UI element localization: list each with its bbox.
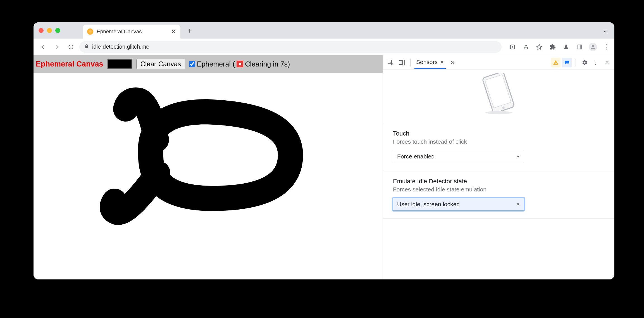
tab-close-icon[interactable]: ✕ (171, 28, 176, 35)
devtools-tab-sensors[interactable]: Sensors ✕ (414, 56, 446, 69)
touch-section: Touch Forces touch instead of click Forc… (383, 123, 614, 171)
labs-icon[interactable] (562, 43, 570, 51)
browser-toolbar: idle-detection.glitch.me (34, 39, 614, 55)
idle-sublabel: Forces selected idle state emulation (393, 186, 604, 193)
next-section-divider (383, 219, 614, 221)
idle-select[interactable]: User idle, screen locked ▼ (393, 198, 524, 211)
profile-avatar[interactable] (589, 43, 597, 51)
favicon-icon (87, 29, 93, 35)
devtools-close-icon[interactable]: ✕ (602, 58, 612, 67)
lock-icon (84, 44, 89, 50)
touch-select[interactable]: Force enabled ▼ (393, 150, 524, 163)
back-button[interactable] (37, 41, 49, 53)
devtools-tabbar: Sensors ✕ ⋮ ✕ (383, 55, 614, 70)
content-area: Ephemeral Canvas Clear Canvas Ephemeral … (34, 55, 614, 279)
address-bar[interactable]: idle-detection.glitch.me (79, 41, 502, 53)
device-toolbar-icon[interactable] (397, 58, 406, 67)
page-viewport: Ephemeral Canvas Clear Canvas Ephemeral … (34, 55, 383, 279)
drawing-canvas[interactable] (34, 73, 383, 279)
issues-warning-icon[interactable] (551, 58, 560, 67)
svg-rect-9 (555, 62, 556, 63)
app-toolbar: Ephemeral Canvas Clear Canvas Ephemeral … (34, 55, 383, 73)
window-maximize-button[interactable] (55, 28, 60, 33)
svg-rect-10 (555, 63, 556, 64)
toolbar-actions: ⋮ (508, 43, 610, 51)
inspect-element-icon[interactable] (386, 58, 395, 67)
devtools-menu-icon[interactable]: ⋮ (591, 58, 600, 67)
color-picker[interactable] (107, 59, 132, 69)
new-tab-button[interactable]: ＋ (186, 26, 193, 35)
window-controls (39, 28, 60, 33)
svg-rect-8 (402, 60, 404, 65)
svg-point-14 (485, 111, 512, 114)
chrome-menu-icon[interactable]: ⋮ (602, 43, 610, 51)
ephemeral-toggle-group: Ephemeral ( ✸ Clearing in 7s) (189, 60, 290, 68)
svg-point-5 (592, 45, 594, 47)
tab-title: Ephemeral Canvas (97, 29, 168, 35)
touch-select-value: Force enabled (397, 153, 435, 160)
clear-canvas-button[interactable]: Clear Canvas (136, 59, 185, 69)
siren-icon: ✸ (237, 61, 243, 67)
install-app-icon[interactable] (508, 43, 517, 51)
ephemeral-label-suffix: Clearing in 7s) (245, 60, 290, 68)
forward-button[interactable] (51, 41, 63, 53)
app-title: Ephemeral Canvas (36, 60, 103, 68)
svg-rect-12 (485, 75, 511, 108)
tab-overflow-icon[interactable]: ⌄ (603, 27, 608, 34)
idle-select-value: User idle, screen locked (397, 201, 460, 208)
feedback-icon[interactable] (562, 58, 572, 67)
svg-rect-7 (399, 61, 402, 65)
tab-strip: Ephemeral Canvas ✕ ＋ ⌄ (34, 22, 614, 39)
touch-label: Touch (393, 130, 604, 137)
reload-button[interactable] (65, 41, 77, 53)
phone-icon (474, 73, 524, 115)
canvas-drawing (34, 73, 313, 240)
ephemeral-checkbox[interactable] (189, 61, 195, 67)
browser-tab[interactable]: Ephemeral Canvas ✕ (83, 25, 180, 39)
ephemeral-label-prefix: Ephemeral ( (197, 60, 235, 68)
side-panel-icon[interactable] (575, 43, 584, 51)
window-minimize-button[interactable] (47, 28, 52, 33)
url-text: idle-detection.glitch.me (92, 44, 149, 50)
devtools-tab-close-icon[interactable]: ✕ (440, 59, 444, 65)
bookmark-star-icon[interactable] (535, 43, 543, 51)
chevron-down-icon: ▼ (516, 202, 520, 207)
devtools-tab-label: Sensors (416, 59, 438, 65)
devtools-body: Touch Forces touch instead of click Forc… (383, 70, 614, 279)
extensions-icon[interactable] (548, 43, 557, 51)
devtools-panel: Sensors ✕ ⋮ ✕ (383, 55, 614, 279)
svg-rect-4 (580, 45, 582, 49)
idle-detector-section: Emulate Idle Detector state Forces selec… (383, 171, 614, 219)
devtools-settings-icon[interactable] (580, 58, 589, 67)
browser-window: Ephemeral Canvas ✕ ＋ ⌄ idle-detection.gl… (34, 22, 614, 279)
chevron-down-icon: ▼ (516, 154, 520, 159)
orientation-preview (383, 70, 614, 123)
share-icon[interactable] (522, 43, 530, 51)
more-tabs-icon[interactable] (447, 58, 457, 67)
touch-sublabel: Forces touch instead of click (393, 138, 604, 145)
window-close-button[interactable] (39, 28, 44, 33)
idle-label: Emulate Idle Detector state (393, 178, 604, 185)
